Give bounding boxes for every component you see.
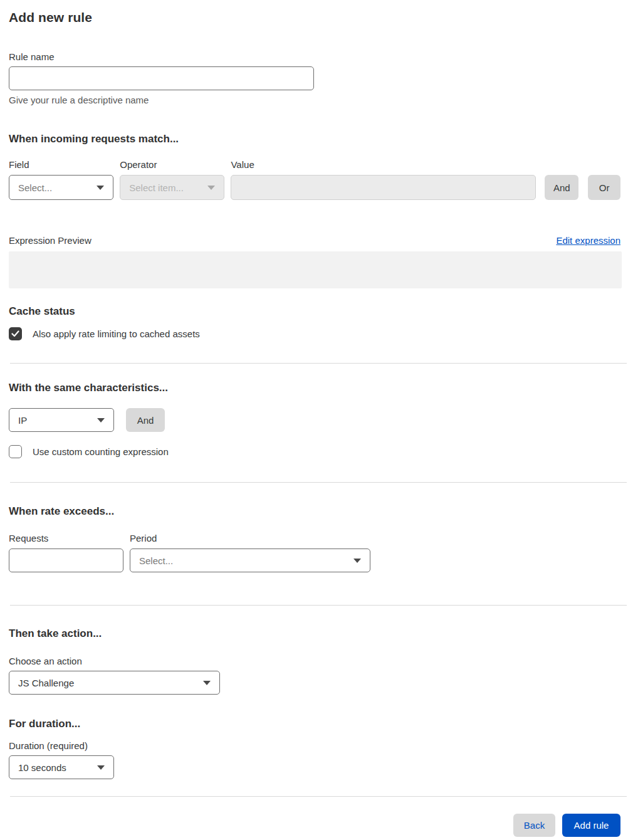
counting-expression-checkbox-label: Use custom counting expression	[33, 446, 169, 457]
section-divider	[10, 605, 627, 606]
cache-checkbox-row: Also apply rate limiting to cached asset…	[9, 327, 620, 340]
expression-preview-label: Expression Preview	[9, 235, 92, 246]
characteristics-select[interactable]: IP	[9, 408, 114, 432]
action-select-value: JS Challenge	[18, 678, 74, 688]
counting-expression-row: Use custom counting expression	[9, 445, 620, 458]
action-select[interactable]: JS Challenge	[9, 671, 220, 695]
rule-name-section: Rule name Give your rule a descriptive n…	[9, 51, 620, 105]
duration-label: Duration (required)	[9, 740, 620, 751]
add-rule-form: Add new rule Rule name Give your rule a …	[0, 0, 628, 840]
operator-select-value: Select item...	[129, 182, 184, 193]
section-divider	[10, 796, 627, 797]
section-divider	[10, 482, 627, 483]
checkmark-icon	[11, 330, 19, 337]
chevron-down-icon	[353, 559, 361, 563]
and-button[interactable]: And	[545, 175, 578, 200]
match-section-heading: When incoming requests match...	[9, 133, 620, 145]
counting-expression-checkbox[interactable]	[9, 445, 22, 458]
edit-expression-link[interactable]: Edit expression	[556, 235, 620, 246]
back-button[interactable]: Back	[513, 814, 555, 837]
rule-name-helper: Give your rule a descriptive name	[9, 95, 620, 105]
expression-preview-row: Expression Preview Edit expression	[9, 235, 620, 246]
section-divider	[10, 363, 627, 364]
characteristics-row: IP And	[9, 408, 620, 432]
cache-status-heading: Cache status	[9, 305, 620, 318]
field-select-value: Select...	[18, 182, 52, 193]
page-title: Add new rule	[9, 10, 620, 25]
duration-heading: For duration...	[9, 718, 620, 730]
period-select[interactable]: Select...	[130, 549, 370, 572]
or-button[interactable]: Or	[588, 175, 620, 200]
field-column: Field Select...	[9, 159, 113, 200]
chevron-down-icon	[97, 186, 104, 190]
value-column: Value	[231, 159, 536, 200]
rate-row: Requests Period Select...	[9, 533, 620, 572]
characteristics-select-value: IP	[18, 415, 27, 426]
chevron-down-icon	[207, 186, 215, 190]
cached-assets-checkbox[interactable]	[9, 327, 22, 340]
requests-column: Requests	[9, 533, 123, 572]
requests-input[interactable]	[9, 549, 123, 572]
operator-label: Operator	[120, 159, 224, 170]
characteristics-and-button[interactable]: And	[126, 408, 165, 432]
rule-name-label: Rule name	[9, 51, 620, 62]
period-label: Period	[130, 533, 370, 543]
rule-name-input[interactable]	[9, 66, 314, 90]
chevron-down-icon	[203, 681, 211, 685]
action-heading: Then take action...	[9, 627, 620, 640]
field-select[interactable]: Select...	[9, 175, 113, 200]
operator-column: Operator Select item...	[120, 159, 224, 200]
value-label: Value	[231, 159, 536, 170]
period-column: Period Select...	[130, 533, 370, 572]
expression-preview-box	[9, 251, 622, 288]
requests-label: Requests	[9, 533, 123, 543]
chevron-down-icon	[97, 765, 105, 770]
rate-heading: When rate exceeds...	[9, 505, 620, 518]
period-select-value: Select...	[139, 555, 173, 566]
field-label: Field	[9, 159, 113, 170]
value-input	[231, 175, 536, 200]
match-controls-row: Field Select... Operator Select item... …	[9, 159, 620, 200]
chevron-down-icon	[97, 418, 105, 423]
cached-assets-checkbox-label: Also apply rate limiting to cached asset…	[33, 328, 200, 339]
characteristics-heading: With the same characteristics...	[9, 382, 620, 394]
add-rule-button[interactable]: Add rule	[562, 814, 620, 837]
duration-select-value: 10 seconds	[18, 762, 66, 773]
footer-actions: Back Add rule	[9, 814, 620, 837]
choose-action-label: Choose an action	[9, 656, 620, 666]
operator-select: Select item...	[120, 175, 224, 200]
duration-select[interactable]: 10 seconds	[9, 755, 114, 779]
